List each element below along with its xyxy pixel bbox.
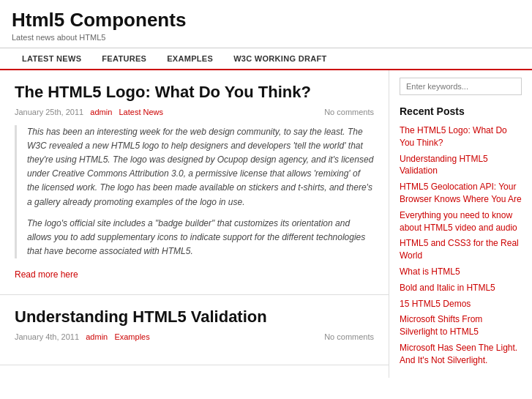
main-nav: LATEST NEWS FEATURES EXAMPLES W3C WORKIN… (0, 48, 532, 70)
article-1-date: January 4th, 2011 (15, 332, 79, 341)
recent-posts-section: Recent Posts The HTML5 Logo: What Do You… (400, 105, 522, 367)
nav-item-latest-news[interactable]: LATEST NEWS (12, 48, 91, 69)
recent-post-item: Microsoft Shifts From Silverlight to HTM… (400, 313, 522, 338)
recent-post-link[interactable]: The HTML5 Logo: What Do You Think? (400, 124, 522, 149)
nav-item-features[interactable]: FEATURES (91, 48, 157, 69)
recent-post-item: Microsoft Has Seen The Light. And It's N… (400, 342, 522, 367)
recent-posts-list: The HTML5 Logo: What Do You Think?Unders… (400, 124, 522, 367)
search-input[interactable] (400, 78, 522, 95)
nav-item-w3c[interactable]: W3C WORKING DRAFT (223, 48, 337, 69)
recent-post-item: 15 HTML5 Demos (400, 298, 522, 310)
article-1-author[interactable]: admin (86, 332, 108, 341)
article-0-date: January 25th, 2011 (15, 108, 83, 116)
article-0-meta: January 25th, 2011 admin Latest News No … (15, 108, 374, 116)
article-0-body: This has been an interesting week for th… (15, 125, 374, 259)
recent-post-link[interactable]: HTML5 Geolocation API: Your Browser Know… (400, 181, 522, 206)
article-0-author[interactable]: admin (90, 108, 112, 116)
recent-post-item: Understanding HTML5 Validation (400, 153, 522, 178)
article-0-read-more[interactable]: Read more here (15, 269, 78, 280)
recent-posts-title: Recent Posts (400, 105, 522, 117)
site-title: Html5 Components (12, 9, 520, 31)
recent-post-link[interactable]: What is HTML5 (400, 266, 522, 278)
recent-post-item: Bold and Italic in HTML5 (400, 282, 522, 294)
recent-post-link[interactable]: Microsoft Has Seen The Light. And It's N… (400, 342, 522, 367)
recent-post-item: The HTML5 Logo: What Do You Think? (400, 124, 522, 149)
article-0-body1: This has been an interesting week for th… (27, 125, 374, 209)
article-1-title: Understanding HTML5 Validation (15, 307, 374, 328)
recent-post-link[interactable]: Understanding HTML5 Validation (400, 153, 522, 178)
site-header: Html5 Components Latest news about HTML5 (0, 0, 532, 48)
article-0: The HTML5 Logo: What Do You Think? Janua… (0, 70, 389, 295)
site-subtitle: Latest news about HTML5 (12, 33, 520, 42)
recent-post-link[interactable]: 15 HTML5 Demos (400, 298, 522, 310)
recent-post-item: Everything you need to know about HTML5 … (400, 209, 522, 234)
nav-item-examples[interactable]: EXAMPLES (157, 48, 223, 69)
article-0-title: The HTML5 Logo: What Do You Think? (15, 82, 374, 103)
recent-post-link[interactable]: Microsoft Shifts From Silverlight to HTM… (400, 313, 522, 338)
article-1-comments: No comments (324, 332, 374, 341)
article-1-category[interactable]: Examples (114, 332, 149, 341)
sidebar: Recent Posts The HTML5 Logo: What Do You… (389, 70, 532, 378)
recent-post-link[interactable]: Bold and Italic in HTML5 (400, 282, 522, 294)
article-0-body2: The logo's official site includes a "bad… (27, 217, 374, 259)
content-area: The HTML5 Logo: What Do You Think? Janua… (0, 70, 389, 378)
article-1-date-author: January 4th, 2011 admin Examples (15, 332, 150, 341)
recent-post-item: What is HTML5 (400, 266, 522, 278)
article-0-category[interactable]: Latest News (119, 108, 164, 116)
recent-post-link[interactable]: HTML5 and CSS3 for the Real World (400, 237, 522, 262)
main-layout: The HTML5 Logo: What Do You Think? Janua… (0, 70, 532, 378)
recent-post-item: HTML5 Geolocation API: Your Browser Know… (400, 181, 522, 206)
recent-post-link[interactable]: Everything you need to know about HTML5 … (400, 209, 522, 234)
article-0-comments: No comments (324, 108, 374, 116)
recent-post-item: HTML5 and CSS3 for the Real World (400, 237, 522, 262)
article-1-meta: January 4th, 2011 admin Examples No comm… (15, 332, 374, 341)
article-0-date-author: January 25th, 2011 admin Latest News (15, 108, 163, 116)
article-1: Understanding HTML5 Validation January 4… (0, 295, 389, 365)
